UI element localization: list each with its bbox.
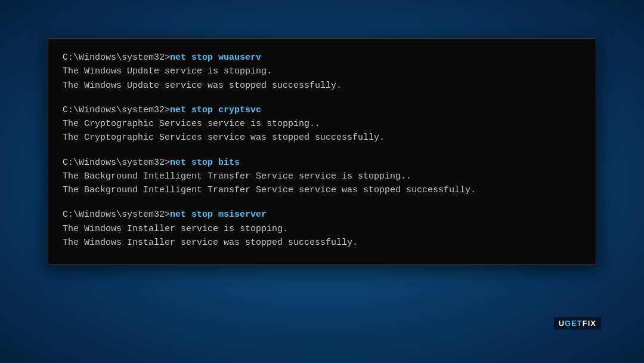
output-line-3-1: The Background Intelligent Transfer Serv… bbox=[63, 170, 581, 183]
terminal-block-3: C:\Windows\system32>net stop bitsThe Bac… bbox=[63, 156, 581, 198]
terminal-block-1: C:\Windows\system32>net stop wuauservThe… bbox=[63, 51, 581, 93]
cmd-line-4: C:\Windows\system32>net stop msiserver bbox=[63, 208, 581, 222]
watermark-get: GET bbox=[565, 319, 583, 328]
terminal-window: C:\Windows\system32>net stop wuauservThe… bbox=[48, 38, 596, 264]
cmd-line-1: C:\Windows\system32>net stop wuauserv bbox=[63, 51, 581, 64]
output-line-4-1: The Windows Installer service is stoppin… bbox=[63, 222, 581, 236]
output-line-2-1: The Cryptographic Services service is st… bbox=[63, 117, 581, 131]
terminal-wrapper: C:\Windows\system32>net stop wuauservThe… bbox=[48, 38, 596, 325]
terminal-block-2: C:\Windows\system32>net stop cryptsvcThe… bbox=[63, 103, 581, 145]
prompt-2: C:\Windows\system32> bbox=[63, 105, 170, 115]
prompt-1: C:\Windows\system32> bbox=[63, 53, 170, 63]
terminal-block-4: C:\Windows\system32>net stop msiserverTh… bbox=[63, 208, 581, 250]
watermark-fix: FIX bbox=[583, 319, 596, 328]
watermark-u: U bbox=[559, 319, 565, 328]
cmd-line-3: C:\Windows\system32>net stop bits bbox=[63, 156, 581, 170]
watermark: UGETFIX bbox=[554, 317, 601, 330]
prompt-4: C:\Windows\system32> bbox=[63, 210, 170, 220]
command-4: net stop msiserver bbox=[170, 210, 267, 220]
cmd-line-2: C:\Windows\system32>net stop cryptsvc bbox=[63, 103, 581, 117]
output-line-1-1: The Windows Update service is stopping. bbox=[63, 64, 581, 78]
prompt-3: C:\Windows\system32> bbox=[63, 158, 170, 168]
command-2: net stop cryptsvc bbox=[170, 105, 261, 115]
command-3: net stop bits bbox=[170, 158, 240, 168]
command-1: net stop wuauserv bbox=[170, 53, 261, 63]
output-line-3-2: The Background Intelligent Transfer Serv… bbox=[63, 183, 581, 197]
output-line-2-2: The Cryptographic Services service was s… bbox=[63, 131, 581, 144]
output-line-1-2: The Windows Update service was stopped s… bbox=[63, 79, 581, 93]
output-line-4-2: The Windows Installer service was stoppe… bbox=[63, 236, 581, 250]
